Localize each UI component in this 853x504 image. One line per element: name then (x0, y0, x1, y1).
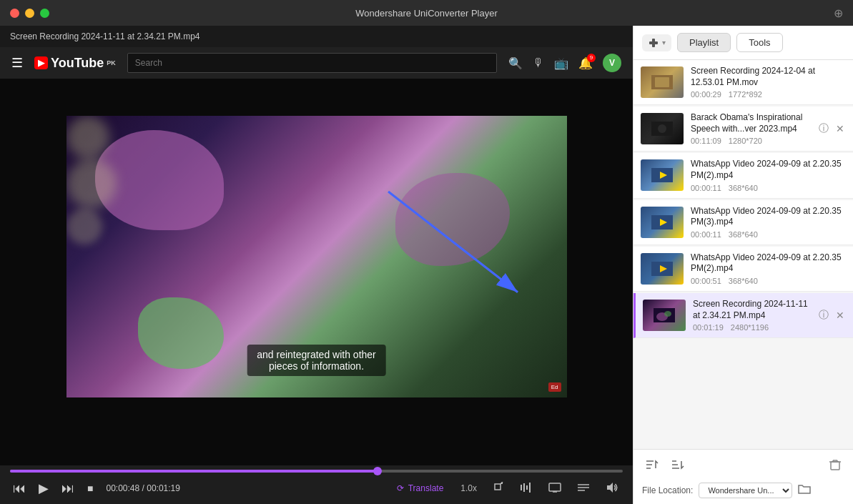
playlist-thumb (641, 66, 684, 98)
svg-rect-37 (831, 462, 839, 470)
subtitle-box: and reintegrated with other pieces of in… (247, 345, 386, 376)
remove-button[interactable]: ✕ (834, 308, 846, 322)
playlist-meta: 00:00:29 1772*892 (691, 90, 846, 99)
playlist-actions: ⓘ ✕ (817, 307, 846, 323)
playlist-item-active[interactable]: Screen Recording 2024-11-11 at 2.34.21 P… (633, 293, 853, 338)
playlist-list: Screen Recording 2024-12-04 at 12.53.01 … (633, 60, 853, 449)
speed-button[interactable]: 1.0x (456, 482, 481, 495)
cell-glow-2 (66, 159, 117, 209)
notification-badge: 9 (587, 54, 596, 62)
sort-desc-button[interactable] (668, 455, 688, 477)
audio-button[interactable] (516, 480, 537, 497)
current-time: 00:00:48 (106, 483, 139, 493)
mic-icon[interactable]: 🎙 (533, 56, 544, 69)
svg-point-21 (658, 124, 666, 133)
svg-rect-7 (526, 485, 528, 490)
youtube-overlay: ☰ ▶ YouTubePK 🔍 🎙 📺 🔔 9 (0, 47, 633, 79)
display-button[interactable] (544, 480, 566, 497)
playlist-duration: 00:00:11 (691, 230, 721, 239)
remove-button[interactable]: ✕ (834, 122, 846, 136)
playlist-resolution: 1280*720 (729, 137, 762, 145)
youtube-icon: ▶ (34, 56, 48, 69)
info-button[interactable]: ⓘ (817, 307, 830, 323)
panel-footer: File Location: Wondershare Un... (633, 449, 853, 504)
corner-badge: Ed (548, 382, 561, 392)
playlist-thumb (641, 159, 684, 191)
svg-rect-19 (655, 77, 669, 87)
search-input[interactable] (135, 58, 489, 68)
video-content: and reintegrated with other pieces of in… (0, 47, 633, 465)
youtube-search-bar[interactable] (127, 53, 497, 73)
playlist-duration: 00:00:51 (691, 277, 721, 285)
playlist-duration: 00:00:11 (691, 184, 721, 192)
translate-button[interactable]: ⟳ Translate (391, 480, 450, 496)
playlist-resolution: 2480*1196 (731, 323, 769, 332)
window-controls[interactable] (10, 9, 49, 18)
right-panel: ▾ Playlist Tools Screen Recording 2024-1… (633, 26, 853, 504)
volume-button[interactable] (601, 480, 623, 497)
footer-tools (642, 455, 844, 477)
folder-button[interactable] (798, 483, 811, 498)
playlist-meta: 00:00:11 368*640 (691, 184, 846, 192)
play-button[interactable]: ▶ (36, 479, 51, 498)
video-frame: and reintegrated with other pieces of in… (66, 116, 567, 397)
playlist-thumb (641, 253, 684, 285)
cell-glow-1 (66, 116, 109, 159)
search-icon[interactable]: 🔍 (508, 56, 523, 70)
svg-rect-9 (549, 483, 561, 491)
playlist-name: Barack Obama's Inspirational Speech with… (691, 112, 810, 134)
playlist-info: Screen Recording 2024-11-11 at 2.34.21 P… (693, 299, 810, 332)
translate-label: Translate (408, 483, 444, 493)
maximize-button[interactable] (40, 9, 49, 18)
playlist-info: WhatsApp Video 2024-09-09 at 2.20.35 PM(… (691, 159, 846, 192)
youtube-header: ☰ ▶ YouTubePK 🔍 🎙 📺 🔔 9 (0, 47, 633, 79)
playlist-name: Screen Recording 2024-12-04 at 12.53.01 … (691, 66, 846, 88)
playlist-info: Screen Recording 2024-12-04 at 12.53.01 … (691, 66, 846, 99)
sort-asc-button[interactable] (642, 455, 662, 477)
playlist-thumb (641, 113, 684, 144)
stop-button[interactable]: ■ (84, 481, 96, 495)
info-button[interactable]: ⓘ (817, 121, 830, 137)
add-chevron: ▾ (662, 39, 666, 46)
translate-icon: ⟳ (397, 483, 404, 493)
subtitle-button[interactable] (573, 481, 594, 496)
notifications[interactable]: 🔔 9 (578, 56, 593, 70)
playlist-resolution: 368*640 (729, 277, 758, 285)
playlist-tab[interactable]: Playlist (677, 33, 731, 52)
add-button[interactable]: ▾ (642, 34, 671, 51)
total-time: 00:01:19 (147, 483, 180, 493)
tools-tab[interactable]: Tools (736, 33, 782, 52)
playlist-item[interactable]: Barack Obama's Inspirational Speech with… (633, 107, 853, 152)
minimize-button[interactable] (25, 9, 34, 18)
playlist-actions: ⓘ ✕ (817, 121, 846, 137)
playlist-item[interactable]: WhatsApp Video 2024-09-09 at 2.20.35 PM(… (633, 200, 853, 245)
cast-icon[interactable]: 📺 (554, 56, 568, 70)
playlist-duration: 00:00:29 (691, 90, 721, 99)
crop-button[interactable] (488, 480, 508, 497)
cell-glow-3 (66, 209, 102, 244)
svg-rect-8 (529, 483, 531, 493)
user-avatar[interactable]: V (603, 54, 621, 72)
video-title: Screen Recording 2024-11-11 at 2.34.21 P… (0, 26, 633, 47)
video-panel: Screen Recording 2024-11-11 at 2.34.21 P… (0, 26, 633, 504)
close-button[interactable] (10, 9, 19, 18)
playlist-name: Screen Recording 2024-11-11 at 2.34.21 P… (693, 299, 810, 321)
location-select[interactable]: Wondershare Un... (699, 483, 792, 498)
youtube-logo[interactable]: ▶ YouTubePK (34, 56, 116, 71)
panel-tabs: ▾ Playlist Tools (633, 26, 853, 60)
svg-rect-17 (649, 41, 658, 44)
playlist-duration: 00:01:19 (693, 323, 724, 332)
delete-button[interactable] (826, 455, 844, 477)
playlist-item[interactable]: WhatsApp Video 2024-09-09 at 2.20.35 PM(… (633, 247, 853, 292)
svg-marker-15 (607, 483, 613, 493)
skip-forward-button[interactable]: ⏭ (59, 480, 77, 498)
video-area[interactable]: ☰ ▶ YouTubePK 🔍 🎙 📺 🔔 9 (0, 47, 633, 465)
pin-icon[interactable]: ⊕ (834, 6, 843, 20)
progress-area[interactable] (0, 465, 633, 473)
time-display: 00:00:48 / 00:01:19 (106, 483, 179, 493)
progress-track[interactable] (10, 470, 623, 473)
playlist-item[interactable]: WhatsApp Video 2024-09-09 at 2.20.35 PM(… (633, 153, 853, 198)
menu-icon[interactable]: ☰ (11, 55, 23, 71)
prev-button[interactable]: ⏮ (10, 480, 29, 498)
playlist-item[interactable]: Screen Recording 2024-12-04 at 12.53.01 … (633, 60, 853, 105)
